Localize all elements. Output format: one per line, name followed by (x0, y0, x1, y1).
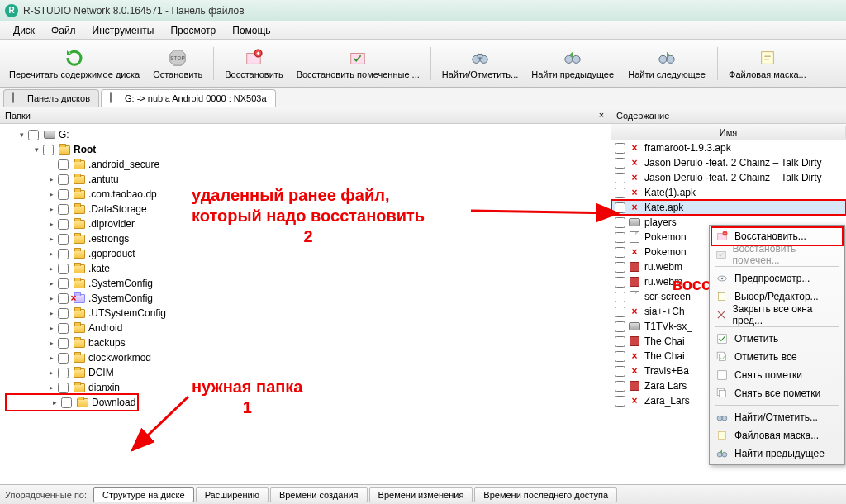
tree-toggle-icon[interactable]: ▸ (46, 309, 56, 317)
tree-toggle-icon[interactable]: ▸ (46, 175, 56, 183)
tree-item[interactable]: ▸.kate (0, 261, 611, 276)
tree-item[interactable]: ▸.UTSystemConfig (0, 306, 611, 321)
ctx-find[interactable]: Найти/Отметить... (711, 408, 843, 426)
tree-checkbox[interactable] (58, 264, 69, 274)
tree-toggle-icon[interactable]: ▸ (46, 205, 56, 213)
tree-toggle-icon[interactable]: ▾ (31, 145, 41, 154)
tree-item[interactable]: ▸×.SystemConfig (0, 291, 611, 306)
folder-tree[interactable]: ▾G:▾Root.android_secure▸.antutu▸.com.tao… (0, 124, 611, 484)
tree-item[interactable]: ▸.com.taobao.dp (0, 187, 611, 202)
tree-checkbox[interactable] (58, 189, 69, 200)
tree-toggle-icon[interactable]: ▸ (46, 220, 56, 228)
tree-checkbox[interactable] (58, 308, 69, 319)
tb-recover-selected[interactable]: Восстановить помеченные ... (291, 42, 425, 85)
tree-item[interactable]: ▾Root (0, 142, 611, 157)
file-row[interactable]: ×Jason Derulo -feat. 2 Chainz – Talk Dir… (611, 170, 846, 185)
tab-drive-g[interactable]: G: -> nubia Android 0000 : NX503a (101, 89, 276, 107)
file-checkbox[interactable] (615, 321, 625, 332)
tree-checkbox[interactable] (58, 174, 69, 185)
ctx-closeall[interactable]: Закрыть все окна пред... (711, 306, 843, 324)
sort-button[interactable]: Времени последнего доступа (474, 487, 617, 502)
file-checkbox[interactable] (615, 217, 625, 228)
ctx-unmarkall[interactable]: Снять все пометки (711, 384, 843, 402)
tree-checkbox[interactable] (58, 204, 69, 215)
tree-checkbox[interactable] (58, 234, 69, 245)
tree-checkbox[interactable] (28, 130, 39, 140)
file-checkbox[interactable] (615, 292, 625, 302)
tb-stop[interactable]: STOP Остановить (147, 42, 208, 85)
file-checkbox[interactable] (615, 173, 625, 183)
ctx-filemask[interactable]: Файловая маска... (711, 426, 843, 445)
tree-toggle-icon[interactable]: ▸ (46, 383, 56, 392)
tree-item[interactable]: ▸Android (0, 321, 611, 335)
menu-view[interactable]: Просмотр (162, 23, 224, 38)
tb-reread[interactable]: Перечитать содержимое диска (3, 42, 145, 85)
file-checkbox[interactable] (615, 202, 625, 213)
file-row[interactable]: ×Kate(1).apk (611, 185, 846, 200)
file-checkbox[interactable] (615, 336, 625, 347)
tree-toggle-icon[interactable]: ▸ (46, 324, 56, 332)
file-checkbox[interactable] (615, 277, 625, 288)
menu-disk[interactable]: Диск (5, 23, 43, 38)
tree-toggle-icon[interactable]: ▸ (46, 294, 56, 302)
tree-checkbox[interactable] (58, 159, 69, 170)
file-checkbox[interactable] (615, 396, 625, 407)
tree-checkbox[interactable] (58, 353, 69, 364)
ctx-mark[interactable]: Отметить (711, 330, 843, 348)
tree-toggle-icon[interactable]: ▸ (46, 354, 56, 362)
file-checkbox[interactable] (615, 232, 625, 243)
file-checkbox[interactable] (615, 188, 625, 198)
ctx-findprev[interactable]: Найти предыдущее (711, 445, 843, 463)
tb-find[interactable]: Найти/Отметить... (436, 42, 524, 85)
tree-toggle-icon[interactable]: ▸ (50, 398, 59, 407)
tree-checkbox[interactable] (58, 249, 69, 259)
ctx-preview[interactable]: Предпросмотр... (711, 269, 843, 288)
column-header[interactable]: Имя (611, 124, 846, 140)
tree-item[interactable]: ▸DCIM (0, 365, 611, 380)
file-checkbox[interactable] (615, 262, 625, 273)
tree-item[interactable]: ▸.dlprovider (0, 216, 611, 231)
tree-item[interactable]: .android_secure (0, 157, 611, 172)
tree-checkbox[interactable] (58, 338, 69, 349)
tb-recover[interactable]: Восстановить (219, 42, 288, 85)
tree-checkbox[interactable] (58, 323, 69, 334)
tree-checkbox[interactable] (58, 383, 69, 393)
sort-button[interactable]: Времени изменения (369, 487, 473, 502)
tree-toggle-icon[interactable]: ▸ (46, 250, 56, 258)
file-checkbox[interactable] (615, 247, 625, 258)
tree-item[interactable]: ▸.SystemConfig (0, 276, 611, 291)
ctx-unmark[interactable]: Снять пометки (711, 366, 843, 384)
file-checkbox[interactable] (615, 366, 625, 377)
tree-item-download[interactable]: ▸Download (0, 395, 611, 410)
file-checkbox[interactable] (615, 143, 625, 154)
tree-toggle-icon[interactable]: ▸ (46, 235, 56, 243)
sort-button[interactable]: Расширению (196, 487, 269, 502)
ctx-markall[interactable]: Отметить все (711, 348, 843, 366)
tree-toggle-icon[interactable]: ▸ (46, 339, 56, 347)
file-row[interactable]: ×Jason Derulo -feat. 2 Chainz – Talk Dir… (611, 155, 846, 170)
file-checkbox[interactable] (615, 351, 625, 362)
file-checkbox[interactable] (615, 307, 625, 317)
tree-item[interactable]: ▸.estrongs (0, 231, 611, 246)
menu-help[interactable]: Помощь (224, 23, 278, 38)
tree-checkbox[interactable] (58, 219, 69, 230)
tree-item[interactable]: ▸.DataStorage (0, 202, 611, 216)
tb-filemask[interactable]: Файловая маска... (723, 42, 812, 85)
tree-checkbox[interactable] (58, 293, 69, 304)
close-icon[interactable]: × (596, 109, 607, 121)
sort-button[interactable]: Времени создания (270, 487, 368, 502)
tree-toggle-icon[interactable]: ▸ (46, 190, 56, 198)
menu-tools[interactable]: Инструменты (84, 23, 163, 38)
tree-toggle-icon[interactable]: ▸ (46, 264, 56, 273)
tab-device-panel[interactable]: Панель дисков (3, 89, 99, 107)
tree-checkbox[interactable] (61, 397, 72, 408)
tree-toggle-icon[interactable]: ▸ (46, 368, 56, 377)
tb-find-prev[interactable]: Найти предыдущее (525, 42, 620, 85)
file-row[interactable]: ×framaroot-1.9.3.apk (611, 140, 846, 155)
menu-file[interactable]: Файл (43, 23, 84, 38)
sort-button[interactable]: Структуре на диске (93, 487, 194, 502)
tb-find-next[interactable]: Найти следующее (621, 42, 712, 85)
tree-checkbox[interactable] (43, 145, 54, 155)
file-checkbox[interactable] (615, 158, 625, 169)
file-row-kate-apk[interactable]: ×Kate.apk (611, 200, 846, 215)
